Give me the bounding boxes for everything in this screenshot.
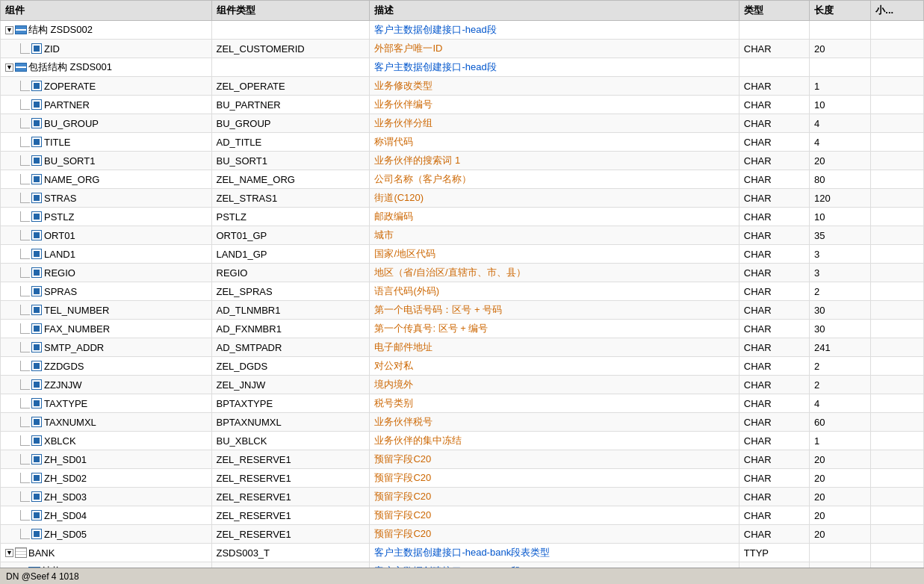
table-row[interactable]: ZH_SD05ZEL_RESERVE1预留字段C20CHAR20: [1, 525, 924, 544]
cell-small: [871, 189, 924, 208]
col-header-datatype: 类型: [739, 1, 809, 21]
table-row[interactable]: ▼结构 ZSDS002客户主数据创建接口-head段: [1, 21, 924, 40]
cell-length: [809, 544, 870, 562]
node-name: ZZDGDS: [44, 361, 84, 372]
cell-length: 20: [809, 488, 870, 506]
tree-connector: [20, 398, 30, 409]
cell-length: 4: [809, 114, 870, 133]
table-row[interactable]: ZZDGDSZEL_DGDS对公对私CHAR2: [1, 357, 924, 376]
cell-datatype: CHAR: [739, 133, 809, 152]
cell-small: [871, 170, 924, 189]
cell-comptype: ZEL_SPRAS: [211, 282, 370, 301]
cell-desc: 客户主数据创建接口-head段: [370, 21, 739, 40]
expand-button[interactable]: ▼: [5, 549, 13, 557]
node-name: ZH_SD04: [44, 510, 87, 521]
table-row[interactable]: ZOPERATEZEL_OPERATE业务修改类型CHAR1: [1, 77, 924, 96]
node-name: ZZJNJW: [44, 379, 82, 391]
table-row[interactable]: BU_GROUPBU_GROUP业务伙伴分组CHAR4: [1, 114, 924, 133]
node-name: LAND1: [44, 249, 75, 260]
table-row[interactable]: ZH_SD02ZEL_RESERVE1预留字段C20CHAR20: [1, 469, 924, 488]
cell-desc: 业务伙伴编号: [370, 96, 739, 114]
cell-component: LAND1: [1, 245, 212, 264]
table-row[interactable]: ORT01ORT01_GP城市CHAR35: [1, 226, 924, 245]
tree-connector: [20, 43, 30, 54]
table-row[interactable]: TAXNUMXLBPTAXNUMXL业务伙伴税号CHAR60: [1, 413, 924, 432]
field-icon: [31, 43, 42, 54]
cell-small: [871, 450, 924, 469]
cell-length: 120: [809, 189, 870, 208]
tree-connector: [20, 155, 30, 166]
table-row[interactable]: STRASZEL_STRAS1街道(C120)CHAR120: [1, 189, 924, 208]
table-row[interactable]: PSTLZPSTLZ邮政编码CHAR10: [1, 208, 924, 226]
cell-length: 2: [809, 376, 870, 394]
cell-small: [871, 40, 924, 58]
node-name: 包括结构 ZSDS001: [28, 60, 112, 74]
field-icon: [31, 267, 42, 278]
table-row[interactable]: BU_SORT1BU_SORT1业务伙伴的搜索词 1CHAR20: [1, 152, 924, 170]
cell-small: [871, 506, 924, 525]
cell-desc: 业务伙伴分组: [370, 114, 739, 133]
table-row[interactable]: TAXTYPEBPTAXTYPE税号类别CHAR4: [1, 394, 924, 413]
cell-small: [871, 376, 924, 394]
table-row[interactable]: ZH_SD03ZEL_RESERVE1预留字段C20CHAR20: [1, 488, 924, 506]
cell-desc: 语言代码(外码): [370, 282, 739, 301]
node-name: FAX_NUMBER: [44, 323, 110, 335]
cell-component: ZH_SD05: [1, 525, 212, 544]
cell-desc: 邮政编码: [370, 208, 739, 226]
cell-comptype: BPTAXNUMXL: [211, 413, 370, 432]
field-icon: [31, 137, 42, 147]
header-row: 组件 组件类型 描述 类型 长度 小...: [1, 1, 924, 21]
cell-small: [871, 488, 924, 506]
table-row[interactable]: ZH_SD01ZEL_RESERVE1预留字段C20CHAR20: [1, 450, 924, 469]
table-row[interactable]: ▼BANKZSDS003_T客户主数据创建接口-head-bank段表类型TTY…: [1, 544, 924, 562]
table-row[interactable]: ZH_SD04ZEL_RESERVE1预留字段C20CHAR20: [1, 506, 924, 525]
table-body: ▼结构 ZSDS002客户主数据创建接口-head段ZIDZEL_CUSTOME…: [1, 21, 924, 585]
table-row[interactable]: SPRASZEL_SPRAS语言代码(外码)CHAR2: [1, 282, 924, 301]
cell-comptype: [211, 58, 370, 77]
table-row[interactable]: REGIOREGIO地区（省/自治区/直辖市、市、县）CHAR3: [1, 264, 924, 282]
node-name: ZH_SD01: [44, 454, 87, 465]
cell-length: 35: [809, 226, 870, 245]
cell-desc: 税号类别: [370, 394, 739, 413]
field-icon: [31, 435, 42, 446]
expand-button[interactable]: ▼: [5, 63, 13, 72]
cell-desc: 国家/地区代码: [370, 245, 739, 264]
main-table-container[interactable]: 组件 组件类型 描述 类型 长度 小... ▼结构 ZSDS002客户主数据创建…: [0, 0, 924, 584]
cell-datatype: CHAR: [739, 40, 809, 58]
cell-datatype: CHAR: [739, 77, 809, 96]
table-row[interactable]: ZIDZEL_CUSTOMERID外部客户唯一IDCHAR20: [1, 40, 924, 58]
table-row[interactable]: TITLEAD_TITLE称谓代码CHAR4: [1, 133, 924, 152]
cell-comptype: ZSDS003_T: [211, 544, 370, 562]
struct-icon: [15, 63, 27, 72]
cell-length: 10: [809, 208, 870, 226]
node-name: ORT01: [44, 230, 75, 241]
cell-datatype: CHAR: [739, 226, 809, 245]
table-row[interactable]: XBLCKBU_XBLCK业务伙伴的集中冻结CHAR1: [1, 432, 924, 450]
table-row[interactable]: NAME_ORGZEL_NAME_ORG公司名称（客户名称）CHAR80: [1, 170, 924, 189]
table-row[interactable]: ZZJNJWZEL_JNJW境内境外CHAR2: [1, 376, 924, 394]
table-row[interactable]: LAND1LAND1_GP国家/地区代码CHAR3: [1, 245, 924, 264]
cell-component: PSTLZ: [1, 208, 212, 226]
field-icon: [31, 305, 42, 315]
field-icon: [31, 249, 42, 259]
field-icon: [31, 510, 42, 521]
table-row[interactable]: FAX_NUMBERAD_FXNMBR1第一个传真号: 区号 + 编号CHAR3…: [1, 320, 924, 338]
cell-desc: 预留字段C20: [370, 506, 739, 525]
cell-desc: 电子邮件地址: [370, 338, 739, 357]
cell-desc: 业务伙伴税号: [370, 413, 739, 432]
cell-comptype: ZEL_RESERVE1: [211, 450, 370, 469]
expand-button[interactable]: ▼: [5, 26, 13, 34]
cell-datatype: CHAR: [739, 208, 809, 226]
data-table: 组件 组件类型 描述 类型 长度 小... ▼结构 ZSDS002客户主数据创建…: [0, 0, 924, 584]
cell-datatype: CHAR: [739, 357, 809, 376]
cell-comptype: AD_SMTPADR: [211, 338, 370, 357]
table-row[interactable]: TEL_NUMBERAD_TLNMBR1第一个电话号码：区号 + 号码CHAR3…: [1, 301, 924, 320]
tree-connector: [20, 99, 30, 110]
cell-component: REGIO: [1, 264, 212, 282]
table-row[interactable]: PARTNERBU_PARTNER业务伙伴编号CHAR10: [1, 96, 924, 114]
cell-component: SMTP_ADDR: [1, 338, 212, 357]
cell-length: 4: [809, 394, 870, 413]
cell-component: ZH_SD01: [1, 450, 212, 469]
table-row[interactable]: ▼包括结构 ZSDS001客户主数据创建接口-head段: [1, 58, 924, 77]
table-row[interactable]: SMTP_ADDRAD_SMTPADR电子邮件地址CHAR241: [1, 338, 924, 357]
